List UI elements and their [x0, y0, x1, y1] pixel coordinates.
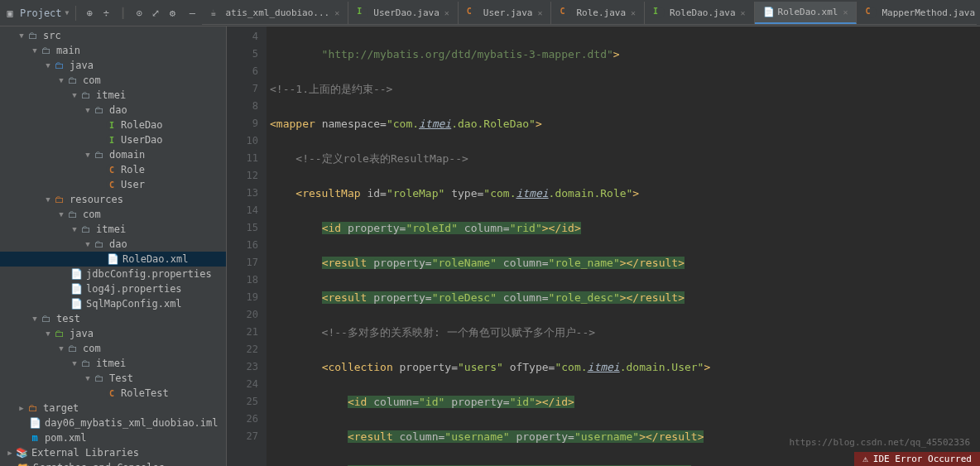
folder-icon: 🗀: [93, 238, 106, 251]
tree-r-com[interactable]: ▼🗀com: [0, 207, 226, 222]
ide-error-badge[interactable]: ⚠IDE Error Occurred: [854, 452, 980, 466]
tree-extlib[interactable]: ▶📚External Libraries: [0, 445, 226, 460]
tree-iml[interactable]: 📄day06_mybatis_xml_duobiao.iml: [0, 416, 226, 430]
folder-icon: 🗀: [66, 208, 79, 221]
folder-icon: 🗀: [93, 372, 106, 385]
separator: [75, 6, 76, 21]
tab-mappermethod[interactable]: CMapperMethod.java✕: [857, 2, 977, 24]
chevron-right-icon[interactable]: ▶: [5, 449, 15, 457]
java-icon: ☕: [210, 7, 220, 17]
divide-icon[interactable]: ÷: [99, 7, 113, 20]
chevron-down-icon[interactable]: ▼: [70, 359, 79, 368]
tree-com[interactable]: ▼🗀com: [0, 73, 226, 88]
file-icon: 📄: [70, 267, 83, 281]
tree-src[interactable]: ▼🗀src: [0, 28, 226, 43]
dropdown-arrow-icon[interactable]: ▼: [65, 9, 70, 17]
tree-roledao-xml[interactable]: 📄RoleDao.xml: [0, 252, 226, 267]
class-icon: C: [106, 179, 118, 190]
tree-r-itmei[interactable]: ▼🗀itmei: [0, 222, 226, 237]
collapse-icon[interactable]: ⊕: [83, 7, 96, 20]
chevron-down-icon[interactable]: ▼: [70, 225, 79, 233]
tree-pom[interactable]: mpom.xml: [0, 430, 226, 445]
tree-t-java[interactable]: ▼🗀java: [0, 326, 226, 341]
tree-jdbc[interactable]: 📄jdbcConfig.properties: [0, 267, 226, 281]
tree-roletest[interactable]: CRoleTest: [0, 386, 226, 401]
file-icon: 📄: [28, 416, 41, 430]
chevron-down-icon[interactable]: ▼: [56, 76, 66, 84]
tab-0[interactable]: ☕atis_xml_duobiao...✕: [202, 2, 348, 24]
close-icon[interactable]: ✕: [741, 8, 746, 17]
interface-icon: I: [106, 119, 118, 131]
folder-icon: 🗀: [53, 327, 66, 340]
folder-icon: 🗀: [79, 89, 93, 102]
target-icon[interactable]: ⊙: [132, 7, 146, 20]
code-content[interactable]: "http://mybatis.org/dtd/mybatis-3-mapper…: [267, 26, 980, 466]
xml-icon: 📄: [763, 7, 773, 17]
chevron-down-icon[interactable]: ▼: [83, 240, 93, 248]
tab-user[interactable]: CUser.java✕: [459, 2, 552, 24]
folder-icon: 🗀: [79, 357, 93, 370]
folder-icon: 🗀: [66, 74, 79, 87]
tree-main[interactable]: ▼🗀main: [0, 43, 226, 58]
chevron-down-icon[interactable]: ▼: [43, 61, 53, 70]
line-gutter: 4567891011121314151617181920212223242526…: [227, 26, 267, 466]
tree-t-test[interactable]: ▼🗀Test: [0, 371, 226, 386]
tree-t-com[interactable]: ▼🗀com: [0, 341, 226, 356]
chevron-down-icon[interactable]: ▼: [83, 374, 93, 382]
tree-role-c[interactable]: CRole: [0, 162, 226, 177]
chevron-down-icon[interactable]: ▼: [56, 210, 66, 219]
close-icon[interactable]: ✕: [334, 8, 339, 17]
tree-test[interactable]: ▼🗀test: [0, 311, 226, 326]
class-icon: C: [865, 7, 877, 18]
chevron-down-icon[interactable]: ▼: [70, 91, 79, 99]
tree-itmei[interactable]: ▼🗀itmei: [0, 88, 226, 103]
file-icon: 📄: [70, 297, 83, 310]
folder-icon: 🗀: [26, 29, 40, 42]
chevron-down-icon[interactable]: ▼: [30, 46, 40, 55]
folder-icon: 🗀: [93, 148, 106, 161]
close-icon[interactable]: ✕: [444, 8, 449, 17]
watermark: https://blog.csdn.net/qq_45502336: [789, 437, 970, 448]
tab-roledao-xml[interactable]: 📄RoleDao.xml✕: [755, 2, 858, 24]
minimize-icon[interactable]: —: [185, 7, 199, 20]
expand-icon[interactable]: ⤢: [149, 7, 162, 20]
tab-userdao[interactable]: IUserDao.java✕: [348, 2, 459, 24]
tab-roledao[interactable]: IRoleDao.java✕: [645, 2, 755, 24]
tree-userdao-i[interactable]: IUserDao: [0, 132, 226, 147]
gear-icon[interactable]: ⚙: [166, 7, 179, 20]
close-icon[interactable]: ✕: [843, 7, 848, 17]
chevron-down-icon[interactable]: ▼: [17, 31, 26, 40]
close-icon[interactable]: ✕: [631, 8, 636, 17]
resources-icon: 🗀: [53, 193, 66, 206]
tree-sqlmap[interactable]: 📄SqlMapConfig.xml: [0, 296, 226, 311]
chevron-down-icon[interactable]: ▼: [43, 195, 53, 204]
tree-dao[interactable]: ▼🗀dao: [0, 103, 226, 118]
tree-domain[interactable]: ▼🗀domain: [0, 147, 226, 162]
tree-log4j[interactable]: 📄log4j.properties: [0, 281, 226, 296]
code-editor[interactable]: 4567891011121314151617181920212223242526…: [227, 26, 980, 466]
tree-r-dao[interactable]: ▼🗀dao: [0, 237, 226, 252]
chevron-right-icon[interactable]: ▶: [17, 404, 26, 412]
tree-user-c[interactable]: CUser: [0, 177, 226, 192]
tree-scratch[interactable]: 📂Scratches and Consoles: [0, 460, 226, 466]
close-icon[interactable]: ✕: [537, 8, 542, 17]
tree-roledao-i[interactable]: IRoleDao: [0, 118, 226, 132]
tree-resources[interactable]: ▼🗀resources: [0, 192, 226, 207]
folder-icon: 🗀: [26, 401, 40, 415]
class-icon: C: [106, 387, 118, 399]
tab-role[interactable]: CRole.java✕: [551, 2, 645, 24]
project-tree[interactable]: ▼🗀src ▼🗀main ▼🗀java ▼🗀com ▼🗀itmei ▼🗀dao …: [0, 26, 227, 466]
tree-t-itmei[interactable]: ▼🗀itmei: [0, 356, 226, 371]
chevron-down-icon[interactable]: ▼: [30, 315, 40, 323]
folder-icon: 🗀: [93, 103, 106, 117]
chevron-down-icon[interactable]: ▼: [83, 151, 93, 159]
tree-target[interactable]: ▶🗀target: [0, 401, 226, 416]
chevron-down-icon[interactable]: ▼: [56, 344, 66, 353]
chevron-down-icon[interactable]: ▼: [43, 329, 53, 338]
tree-java[interactable]: ▼🗀java: [0, 58, 226, 73]
interface-icon: I: [106, 134, 118, 146]
project-label[interactable]: Project: [20, 7, 62, 19]
chevron-down-icon[interactable]: ▼: [83, 106, 93, 114]
scratch-icon: 📂: [17, 461, 30, 466]
xml-icon: 📄: [106, 252, 119, 266]
